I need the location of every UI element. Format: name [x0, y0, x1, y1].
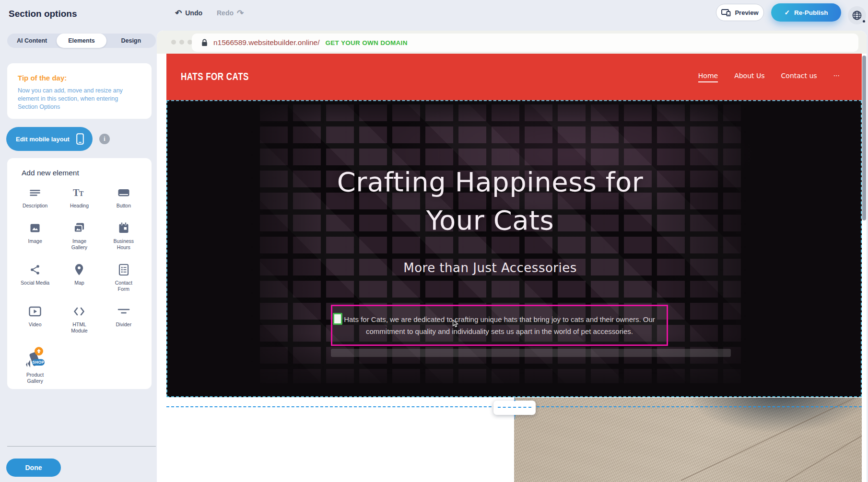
- done-button[interactable]: Done: [6, 459, 61, 477]
- selected-text-element[interactable]: Hats for Cats, we are dedicated to craft…: [331, 305, 668, 346]
- republish-button[interactable]: ✓ Re-Publish: [771, 3, 841, 22]
- tab-ai-content[interactable]: AI Content: [7, 34, 57, 48]
- element-drag-handle[interactable]: [333, 313, 342, 325]
- description-icon: [29, 186, 41, 199]
- preview-button[interactable]: Preview: [716, 4, 764, 21]
- svg-text:SHOP: SHOP: [33, 360, 45, 365]
- html-code-icon: [73, 305, 85, 318]
- undo-label: Undo: [185, 9, 202, 17]
- tip-of-the-day-card: Tip of the day: Now you can add, move an…: [7, 63, 152, 119]
- browser-traffic-lights: [171, 40, 192, 45]
- get-domain-link[interactable]: GET YOUR OWN DOMAIN: [325, 39, 407, 46]
- pavement-joint-line: [785, 432, 862, 482]
- video-icon: [29, 305, 41, 318]
- hero-subheading[interactable]: More than Just Accessories: [167, 261, 813, 275]
- map-pin-icon: [74, 263, 84, 276]
- sidebar-tabs: AI Content Elements Design: [7, 34, 156, 48]
- image-gallery-icon: [73, 221, 85, 235]
- element-grid: Description TT Heading Button Image Imag…: [13, 186, 146, 384]
- redo-button[interactable]: Redo ↷: [217, 7, 244, 19]
- undo-icon: ↶: [175, 9, 182, 17]
- element-video[interactable]: Video: [13, 305, 57, 334]
- globe-icon: [852, 10, 862, 21]
- element-product-gallery[interactable]: SHOP Product Gallery: [13, 346, 57, 384]
- redo-label: Redo: [217, 9, 234, 17]
- page-title: Section options: [9, 9, 77, 19]
- sidebar-divider: [7, 446, 156, 447]
- hero-heading[interactable]: Crafting Happiness for Your Cats: [167, 163, 813, 240]
- site-header[interactable]: HATS FOR CATS Home About Us Contact us ·…: [166, 54, 862, 100]
- svg-text:T: T: [79, 190, 84, 197]
- heading-icon: TT: [73, 186, 85, 199]
- browser-chrome: n1566589.websitebuilder.online/ GET YOUR…: [157, 31, 867, 54]
- site-nav: Home About Us Contact us ···: [698, 72, 840, 82]
- pavement-joint-line: [681, 398, 862, 481]
- tab-elements[interactable]: Elements: [57, 34, 106, 48]
- divider-icon: [117, 305, 130, 318]
- language-globe-button[interactable]: [848, 6, 866, 24]
- element-map[interactable]: Map: [57, 263, 101, 292]
- tip-body: Now you can add, move and resize any ele…: [18, 87, 138, 111]
- svg-text:T: T: [73, 187, 80, 198]
- element-divider[interactable]: Divider: [102, 305, 146, 334]
- contact-form-icon: [118, 263, 129, 276]
- checkmark-icon: ✓: [784, 9, 790, 16]
- element-social-media[interactable]: Social Media: [13, 263, 57, 292]
- lock-icon: [201, 39, 208, 46]
- button-icon: [117, 186, 130, 199]
- republish-label: Re-Publish: [794, 9, 828, 16]
- arrow-up-icon: ↑: [493, 413, 536, 421]
- nav-more-dots[interactable]: ···: [833, 72, 840, 82]
- nav-about-us[interactable]: About Us: [734, 72, 764, 82]
- social-media-icon: [29, 263, 41, 276]
- element-description[interactable]: Description: [13, 186, 57, 209]
- next-section-photo: [514, 398, 862, 482]
- undo-button[interactable]: ↶ Undo: [175, 7, 202, 19]
- resize-dashes: [498, 407, 531, 408]
- element-contact-form[interactable]: Contact Form: [102, 263, 146, 292]
- phone-icon: [76, 133, 84, 145]
- add-panel-title: Add new element: [22, 169, 79, 177]
- site-url[interactable]: n1566589.websitebuilder.online/: [213, 38, 319, 47]
- business-hours-icon: [118, 221, 129, 235]
- site-logo[interactable]: HATS FOR CATS: [181, 71, 249, 83]
- hero-paragraph[interactable]: Hats for Cats, we are dedicated to craft…: [332, 313, 667, 337]
- element-html-module[interactable]: HTML Module: [57, 305, 101, 334]
- info-icon[interactable]: i: [99, 134, 110, 144]
- mouse-cursor-icon: [452, 320, 459, 328]
- image-icon: [29, 221, 41, 235]
- hero-section-selected[interactable]: Crafting Happiness for Your Cats More th…: [166, 100, 862, 397]
- arrow-down-icon: ↓: [493, 395, 536, 402]
- element-image-gallery[interactable]: Image Gallery: [57, 221, 101, 251]
- element-image[interactable]: Image: [13, 221, 57, 251]
- preview-label: Preview: [735, 9, 758, 16]
- add-new-element-panel: Add new element Description TT Heading B…: [7, 158, 152, 389]
- edit-mobile-label: Edit mobile layout: [16, 136, 70, 143]
- nav-contact-us[interactable]: Contact us: [781, 72, 817, 82]
- element-button[interactable]: Button: [102, 186, 146, 209]
- address-bar[interactable]: n1566589.websitebuilder.online/ GET YOUR…: [192, 34, 858, 52]
- tab-design[interactable]: Design: [106, 34, 156, 48]
- redo-icon: ↷: [237, 9, 244, 17]
- globe-badge-dot: [863, 20, 865, 23]
- nav-home[interactable]: Home: [698, 72, 718, 82]
- devices-icon: [721, 9, 731, 16]
- tip-title: Tip of the day:: [18, 74, 67, 82]
- element-heading[interactable]: TT Heading: [57, 186, 101, 209]
- edit-mobile-layout-button[interactable]: Edit mobile layout: [6, 127, 93, 151]
- drop-target-band: [331, 349, 731, 357]
- section-resize-handle[interactable]: ↓ ↑: [493, 401, 536, 415]
- product-gallery-icon: SHOP: [24, 346, 46, 368]
- canvas-scrollbar[interactable]: [862, 56, 866, 220]
- element-business-hours[interactable]: Business Hours: [102, 221, 146, 251]
